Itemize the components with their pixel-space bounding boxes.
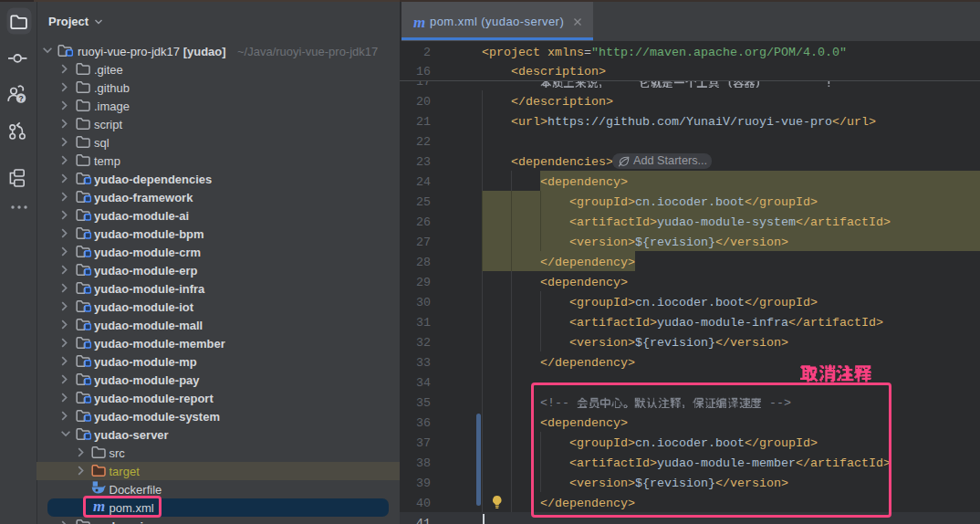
svg-text:?: ?: [18, 94, 23, 103]
